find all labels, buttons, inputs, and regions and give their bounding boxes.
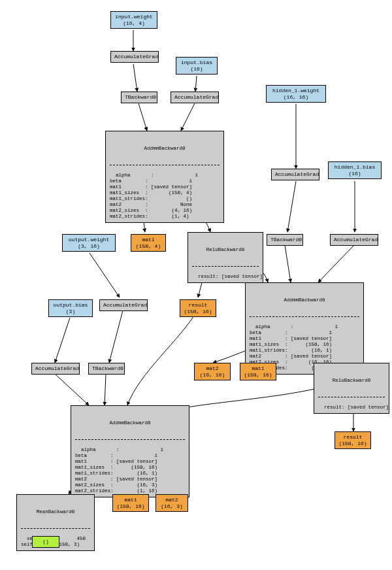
svg-line-4 [181, 103, 195, 131]
svg-line-14 [285, 245, 291, 282]
op-addmm-backward0-b: AddmmBackward0 alpha : 1 beta : 1 mat1 :… [245, 282, 364, 375]
svg-line-12 [287, 181, 296, 232]
svg-line-7 [109, 310, 123, 363]
op-accumulate-grad-3: AccumulateGrad [271, 169, 319, 180]
tensor-input-bias: input.bias (16) [176, 57, 218, 75]
svg-line-3 [139, 103, 147, 131]
svg-line-8 [55, 318, 70, 363]
op-relu-backward0-a: ReluBackward0 result: [saved tensor] [188, 232, 263, 283]
op-addmm-backward0-a: AddmmBackward0 alpha : 1 beta : 1 mat1 :… [105, 131, 224, 223]
svg-line-6 [90, 253, 120, 297]
svg-line-10 [105, 374, 106, 405]
op-addmm-backward0-c: AddmmBackward0 alpha : 1 beta : 1 mat1 :… [71, 405, 189, 497]
op-accumulate-grad-2: AccumulateGrad [171, 92, 219, 103]
op-relu-backward0-b: ReluBackward0 result: [saved tensor] [314, 363, 389, 414]
saved-mat1-a: mat1(150, 4) [131, 234, 166, 252]
saved-result-b: result(150, 16) [335, 431, 371, 449]
op-tbackward0-a: TBackward0 [121, 92, 157, 103]
op-accumulate-grad-1: AccumulateGrad [110, 51, 159, 63]
saved-mat2-b: mat2(16, 16) [194, 363, 231, 380]
tensor-input-weight: input.weight (16, 4) [110, 11, 157, 29]
output-node: () [32, 536, 59, 548]
saved-mat2-c: mat2(16, 3) [155, 494, 188, 512]
tensor-output-weight: output.weight (3, 16) [62, 234, 116, 252]
svg-line-1 [133, 64, 137, 92]
svg-line-9 [55, 374, 89, 405]
tensor-hidden1-weight: hidden_1.weight (16, 16) [266, 85, 326, 103]
op-tbackward0-b: TBackward0 [267, 234, 303, 246]
saved-result-a: result(150, 16) [180, 299, 216, 317]
saved-mat1-b: mat1(150, 16) [240, 363, 276, 380]
tensor-hidden1-bias: hidden_1.bias (16) [328, 161, 382, 179]
op-accumulate-grad-5: AccumulateGrad [99, 299, 148, 311]
tensor-output-bias: output.bias (3) [48, 299, 93, 317]
svg-line-15 [318, 245, 354, 282]
svg-line-2 [195, 76, 197, 92]
op-accumulate-grad-4: AccumulateGrad [330, 234, 378, 246]
saved-mat1-c: mat1(150, 16) [112, 494, 149, 512]
op-tbackward0-c: TBackward0 [88, 363, 125, 375]
op-accumulate-grad-6: AccumulateGrad [31, 363, 80, 375]
